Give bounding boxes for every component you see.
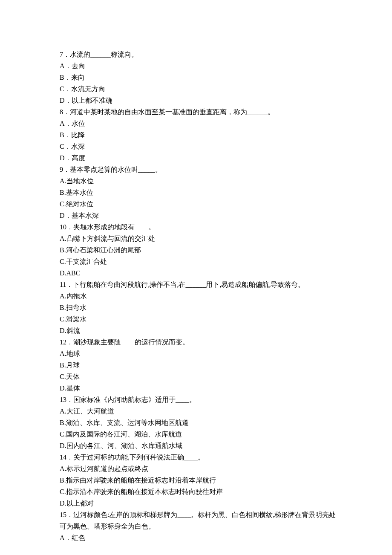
question-option: D.国内的各江、河、湖泊、水库通航水域 [60,440,341,451]
question-option: D.以上都对 [60,497,341,509]
question-option: A.地球 [60,348,341,359]
question-stem: 9．基本零点起算的水位叫_____。 [60,164,341,175]
question-stem: 7．水流的______称流向。 [60,49,341,60]
question-stem: 15．过河标颜色:左岸的顶标和梯形牌为____。标杆为黑、白色相间横纹,梯形牌在… [60,509,341,532]
question-option: C.国内及国际的各江河、湖泊、水库航道 [60,428,341,440]
question-option: B.湖泊、水库、支流、运河等水网地区航道 [60,417,341,428]
question-option: B．来向 [60,72,341,83]
question-option: A．红色 [60,532,341,543]
question-stem: 8．河道中某时某地的自由水面至某一基准面的垂直距离，称为______。 [60,106,341,118]
question-option: C．水深 [60,141,341,152]
question-option: C．水流无方向 [60,83,341,95]
question-option: A．去向 [60,60,341,72]
question-option: C.干支流汇合处 [60,256,341,267]
question-option: C.指示沿本岸驶来的船舶在接近本标志时转向驶往对岸 [60,486,341,497]
question-option: B.基本水位 [60,187,341,198]
question-stem: 11．下行船舶在弯曲河段航行,操作不当,在______用下,易造成船舶偏航,导致… [60,279,341,290]
question-option: A.大江、大河航道 [60,405,341,417]
question-option: C.天体 [60,371,341,382]
question-option: D．以上都不准确 [60,95,341,106]
question-option: A．水位 [60,118,341,129]
question-option: A.标示过河航道的起点或终点 [60,463,341,474]
question-option: B．比降 [60,129,341,141]
exam-page: 7．水流的______称流向。A．去向B．来向C．水流无方向D．以上都不准确8．… [0,0,392,555]
question-option: D．高度 [60,152,341,164]
question-option: D．基本水深 [60,210,341,221]
question-stem: 14．关于过河标的功能,下列何种说法正确____。 [60,451,341,463]
question-option: B.指示由对岸驶来的船舶在接近标志时沿着本岸航行 [60,474,341,486]
question-option: C.滑梁水 [60,313,341,325]
question-stem: 10．夹堰水形成的地段有____。 [60,221,341,233]
question-option: D.星体 [60,382,341,394]
question-option: B.河心石梁和江心洲的尾部 [60,244,341,256]
question-stem: 13．国家标准《内河助航标志》适用于____。 [60,394,341,405]
question-option: A.凸嘴下方斜流与回流的交汇处 [60,233,341,244]
question-option: D.斜流 [60,325,341,336]
question-stem: 12．潮沙现象主要随____的运行情况而变。 [60,336,341,348]
question-option: C.绝对水位 [60,198,341,210]
question-option: B.扫弯水 [60,302,341,313]
question-option: B.月球 [60,359,341,371]
question-option: A.内拖水 [60,290,341,302]
question-option: A.当地水位 [60,175,341,187]
question-option: D.ABC [60,267,341,279]
